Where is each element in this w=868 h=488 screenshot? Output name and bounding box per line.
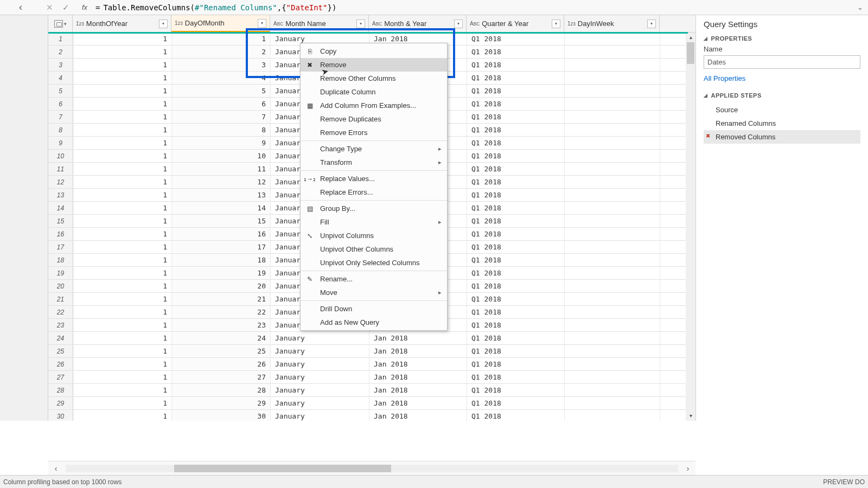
menu-item-add-column-from-examples-[interactable]: ▦Add Column From Examples... <box>301 99 447 112</box>
scroll-track[interactable] <box>66 465 678 472</box>
cell[interactable]: Jan 2018 <box>369 358 467 370</box>
applied-step[interactable]: Renamed Columns <box>704 117 860 130</box>
cell[interactable]: Q1 2018 <box>467 33 565 45</box>
cell[interactable]: 26 <box>172 358 271 370</box>
cell[interactable]: 1 <box>73 85 172 97</box>
cell[interactable]: Q1 2018 <box>467 384 565 396</box>
cell[interactable]: 1 <box>73 397 172 409</box>
cell[interactable]: Jan 2018 <box>369 397 467 409</box>
cell[interactable]: Q1 2018 <box>467 371 565 383</box>
table-row[interactable]: 24124JanuaryJan 2018Q1 2018 <box>48 332 695 345</box>
cell[interactable] <box>565 189 660 201</box>
cell[interactable]: 18 <box>172 254 271 266</box>
accept-formula-button[interactable]: ✓ <box>58 3 74 12</box>
cancel-formula-button[interactable]: ✕ <box>41 3 58 12</box>
cell[interactable]: Jan 2018 <box>369 345 467 357</box>
cell[interactable] <box>565 215 660 227</box>
cell[interactable] <box>565 384 660 396</box>
menu-item-remove-duplicates[interactable]: Remove Duplicates <box>301 112 447 126</box>
cell[interactable] <box>565 358 660 370</box>
cell[interactable]: Q1 2018 <box>467 124 565 136</box>
cell[interactable]: Q1 2018 <box>467 85 565 97</box>
cell[interactable]: 19 <box>172 267 271 279</box>
cell[interactable]: 1 <box>73 189 172 201</box>
filter-button[interactable]: ▾ <box>258 19 266 28</box>
column-header-dayinweek[interactable]: 123 DayInWeek ▾ <box>564 15 660 32</box>
menu-item-replace-values-[interactable]: ₁→₂Replace Values... <box>301 172 447 185</box>
menu-item-unpivot-only-selected-columns[interactable]: Unpivot Only Selected Columns <box>301 256 447 269</box>
cell[interactable]: Jan 2018 <box>369 384 467 396</box>
cell[interactable]: 12 <box>172 176 271 188</box>
cell[interactable]: 3 <box>172 59 271 71</box>
cell[interactable]: 11 <box>172 163 271 175</box>
cell[interactable]: Q1 2018 <box>467 306 565 318</box>
cell[interactable]: 1 <box>73 384 172 396</box>
cell[interactable]: 22 <box>172 306 271 318</box>
scroll-right-button[interactable]: › <box>680 464 695 473</box>
table-corner[interactable]: ▾ <box>48 15 73 32</box>
cell[interactable]: Q1 2018 <box>467 59 565 71</box>
cell[interactable] <box>565 228 660 240</box>
table-row[interactable]: 25125JanuaryJan 2018Q1 2018 <box>48 345 695 358</box>
scroll-down-button[interactable]: ▾ <box>686 411 695 421</box>
cell[interactable]: 1 <box>73 254 172 266</box>
table-row[interactable]: 27127JanuaryJan 2018Q1 2018 <box>48 371 695 384</box>
cell[interactable]: Q1 2018 <box>467 319 565 331</box>
cell[interactable]: 10 <box>172 150 271 162</box>
menu-item-drill-down[interactable]: Drill Down <box>301 302 447 316</box>
cell[interactable]: Q1 2018 <box>467 332 565 344</box>
menu-item-fill[interactable]: Fill <box>301 215 447 229</box>
cell[interactable]: 1 <box>73 306 172 318</box>
cell[interactable]: 5 <box>172 85 271 97</box>
menu-item-rename-[interactable]: ✎Rename... <box>301 272 447 286</box>
cell[interactable] <box>565 332 660 344</box>
cell[interactable] <box>565 202 660 214</box>
table-row[interactable]: 28128JanuaryJan 2018Q1 2018 <box>48 384 695 397</box>
cell[interactable]: 1 <box>73 358 172 370</box>
cell[interactable]: Q1 2018 <box>467 46 565 58</box>
cell[interactable]: 23 <box>172 319 271 331</box>
filter-button[interactable]: ▾ <box>356 20 365 28</box>
cell[interactable]: 1 <box>73 137 172 149</box>
filter-button[interactable]: ▾ <box>647 20 656 28</box>
cell[interactable]: 1 <box>73 150 172 162</box>
cell[interactable]: Q1 2018 <box>467 280 565 292</box>
cell[interactable]: 8 <box>172 124 271 136</box>
cell[interactable]: 1 <box>73 241 172 253</box>
cell[interactable]: Q1 2018 <box>467 241 565 253</box>
cell[interactable] <box>565 254 660 266</box>
menu-item-change-type[interactable]: Change Type <box>301 142 447 156</box>
cell[interactable] <box>565 72 660 84</box>
cell[interactable] <box>565 124 660 136</box>
cell[interactable]: 21 <box>172 293 271 305</box>
cell[interactable] <box>565 345 660 357</box>
formula-input[interactable]: = Table.RemoveColumns(#"Renamed Columns"… <box>95 3 852 12</box>
cell[interactable] <box>565 267 660 279</box>
cell[interactable]: 1 <box>73 46 172 58</box>
cell[interactable]: 1 <box>73 293 172 305</box>
cell[interactable]: 20 <box>172 280 271 292</box>
cell[interactable]: January <box>271 358 369 370</box>
cell[interactable]: Q1 2018 <box>467 254 565 266</box>
cell[interactable] <box>565 293 660 305</box>
cell[interactable]: 28 <box>172 384 271 396</box>
cell[interactable]: 1 <box>73 332 172 344</box>
cell[interactable]: 1 <box>73 371 172 383</box>
scroll-thumb[interactable] <box>174 465 391 472</box>
cell[interactable]: 6 <box>172 98 271 110</box>
applied-step[interactable]: Removed Columns <box>704 130 860 144</box>
properties-section[interactable]: PROPERTIES <box>704 35 860 42</box>
cell[interactable]: 24 <box>172 332 271 344</box>
cell[interactable] <box>565 176 660 188</box>
cell[interactable]: 1 <box>73 176 172 188</box>
column-header-dayofmonth[interactable]: 123 DayOfMonth ▾ <box>171 15 270 33</box>
cell[interactable]: Q1 2018 <box>467 150 565 162</box>
cell[interactable]: 1 <box>73 98 172 110</box>
cell[interactable]: 13 <box>172 189 271 201</box>
cell[interactable] <box>565 98 660 110</box>
column-header-monthname[interactable]: ABC Month Name ▾ <box>270 15 369 32</box>
cell[interactable]: 1 <box>73 72 172 84</box>
filter-button[interactable]: ▾ <box>159 20 168 28</box>
cell[interactable]: 29 <box>172 397 271 409</box>
cell[interactable]: 1 <box>73 215 172 227</box>
